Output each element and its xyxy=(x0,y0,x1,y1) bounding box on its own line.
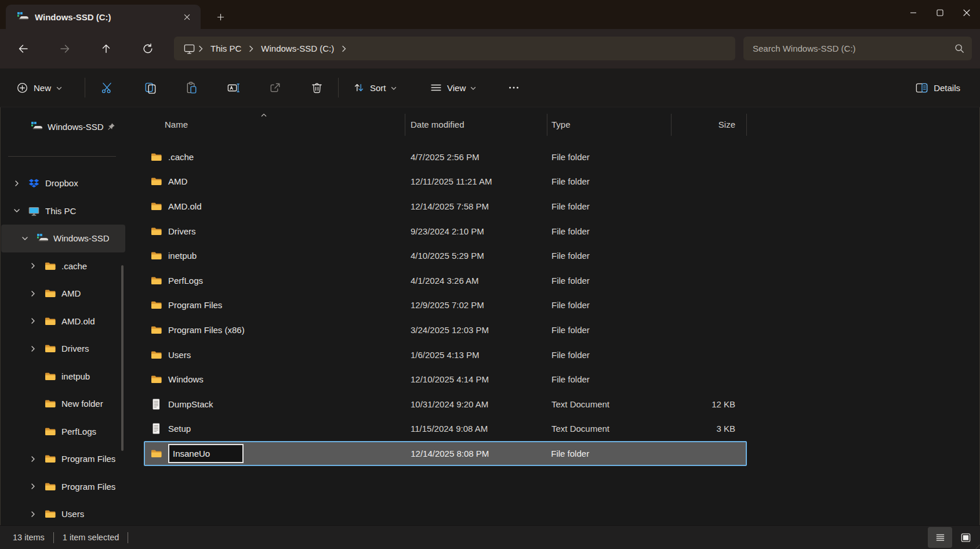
folder-icon xyxy=(44,261,56,271)
rename-input[interactable] xyxy=(168,444,244,463)
file-date-modified: 4/7/2025 2:56 PM xyxy=(405,152,547,162)
sidebar-item[interactable]: Users xyxy=(1,500,125,525)
file-row[interactable]: .cache 4/7/2025 2:56 PM File folder xyxy=(144,145,747,169)
file-row[interactable]: Program Files (x86) 3/24/2025 12:03 PM F… xyxy=(144,317,747,342)
file-row[interactable]: Program Files 12/9/2025 7:02 PM File fol… xyxy=(144,293,747,318)
minimize-button[interactable] xyxy=(900,0,927,26)
sidebar-item-label: Windows-SSD (C:) xyxy=(48,122,106,132)
sidebar-item[interactable]: This PC xyxy=(1,197,125,225)
breadcrumb-windows-ssd[interactable]: Windows-SSD (C:) xyxy=(256,44,339,53)
folder-icon xyxy=(150,200,162,212)
sidebar-item-label: Drivers xyxy=(61,344,89,353)
chevron-right-icon[interactable] xyxy=(339,45,349,53)
search-box[interactable] xyxy=(743,37,972,60)
sidebar-item[interactable]: .cache xyxy=(1,252,125,280)
tree-chevron-icon[interactable] xyxy=(26,373,44,380)
navigation-bar: This PC Windows-SSD (C:) xyxy=(0,29,980,68)
search-icon[interactable] xyxy=(954,43,965,54)
new-tab-button[interactable] xyxy=(211,8,230,26)
back-button[interactable] xyxy=(13,38,34,59)
share-button[interactable] xyxy=(262,75,288,100)
tab-windows-ssd[interactable]: Windows-SSD (C:) xyxy=(6,5,201,29)
file-row[interactable]: AMD.old 12/14/2025 7:58 PM File folder xyxy=(144,194,747,219)
file-type: File folder xyxy=(547,449,670,458)
search-input[interactable] xyxy=(753,44,954,53)
tree-chevron-icon[interactable] xyxy=(26,317,44,324)
chevron-right-icon[interactable] xyxy=(246,45,256,53)
column-header-name[interactable]: Name xyxy=(144,110,405,139)
tree-chevron-icon[interactable] xyxy=(26,456,44,463)
sidebar-item[interactable]: AMD xyxy=(1,280,125,308)
sidebar-item-pinned-windows-ssd[interactable]: Windows-SSD (C:) xyxy=(0,113,126,140)
address-bar[interactable]: This PC Windows-SSD (C:) xyxy=(174,37,735,60)
sidebar-item[interactable]: Dropbox xyxy=(1,169,125,197)
file-type: Text Document xyxy=(547,399,672,409)
up-button[interactable] xyxy=(96,38,117,59)
tree-chevron-icon[interactable] xyxy=(26,262,44,269)
file-row[interactable]: inetpub 4/10/2025 5:29 PM File folder xyxy=(144,243,747,268)
sidebar-item[interactable]: inetpub xyxy=(1,363,125,391)
file-list: Name Date modified Type Size .cache xyxy=(126,107,980,525)
details-pane-button[interactable]: Details xyxy=(909,75,966,100)
delete-button[interactable] xyxy=(303,75,330,100)
tree-chevron-icon[interactable] xyxy=(26,511,44,518)
folder-icon xyxy=(44,316,56,326)
details-view-toggle[interactable] xyxy=(928,527,952,548)
sidebar-item[interactable]: Program Files xyxy=(1,445,125,473)
sidebar-item-label: Program Files (x86) xyxy=(61,482,117,492)
view-button[interactable]: View xyxy=(424,75,482,100)
sidebar-item[interactable]: New folder xyxy=(1,390,125,418)
maximize-button[interactable] xyxy=(927,0,953,26)
breadcrumb-this-pc[interactable]: This PC xyxy=(206,44,246,53)
file-row[interactable]: PerfLogs 4/1/2024 3:26 AM File folder xyxy=(144,268,747,293)
file-date-modified: 10/31/2024 9:20 AM xyxy=(405,399,547,409)
items-count: 13 items xyxy=(13,533,45,542)
more-options-button[interactable] xyxy=(501,75,527,100)
file-date-modified: 4/10/2025 5:29 PM xyxy=(405,251,547,261)
new-button[interactable]: New xyxy=(10,75,68,100)
sidebar-item[interactable]: AMD.old xyxy=(1,308,125,335)
file-row[interactable]: Setup 11/15/2024 9:08 AM Text Document 3… xyxy=(144,417,747,442)
monitor-icon[interactable] xyxy=(183,43,195,55)
file-row[interactable]: Users 1/6/2025 4:13 PM File folder xyxy=(144,342,747,367)
file-row[interactable]: Drivers 9/23/2024 2:10 PM File folder xyxy=(144,219,747,244)
tree-chevron-icon[interactable] xyxy=(26,483,44,490)
tree-chevron-icon[interactable] xyxy=(9,207,28,214)
forward-button[interactable] xyxy=(55,38,75,59)
sidebar-item[interactable]: Windows-SSD xyxy=(1,225,125,252)
selected-file-row-renaming[interactable]: 12/14/2025 8:08 PM File folder xyxy=(144,441,747,466)
column-header-size[interactable]: Size xyxy=(672,110,747,139)
sidebar-item[interactable]: PerfLogs xyxy=(1,418,125,446)
chevron-right-icon[interactable] xyxy=(195,45,206,53)
sidebar-item[interactable]: Program Files (x86) xyxy=(1,473,125,501)
folder-icon xyxy=(44,288,56,298)
tab-close-icon[interactable] xyxy=(179,9,195,25)
file-name: Program Files (x86) xyxy=(168,325,245,335)
folder-icon xyxy=(44,482,56,492)
folder-icon xyxy=(44,344,56,353)
tree-chevron-icon[interactable] xyxy=(9,180,28,187)
file-row[interactable]: DumpStack 10/31/2024 9:20 AM Text Docume… xyxy=(144,392,747,417)
paste-button[interactable] xyxy=(178,75,205,100)
column-header-type[interactable]: Type xyxy=(547,110,672,139)
sort-button[interactable]: Sort xyxy=(347,75,402,100)
tree-chevron-icon[interactable] xyxy=(26,428,44,435)
sidebar-scrollbar[interactable] xyxy=(121,265,124,451)
tree-chevron-icon[interactable] xyxy=(26,290,44,297)
file-explorer-window: Windows-SSD (C:) xyxy=(0,0,980,549)
tree-chevron-icon[interactable] xyxy=(26,400,44,407)
rename-button[interactable] xyxy=(220,75,246,100)
chevron-down-icon xyxy=(391,86,397,91)
titlebar[interactable]: Windows-SSD (C:) xyxy=(0,0,980,29)
file-row[interactable]: AMD 12/11/2025 11:21 AM File folder xyxy=(144,169,747,194)
file-row[interactable]: Windows 12/10/2025 4:14 PM File folder xyxy=(144,367,747,392)
tree-chevron-icon[interactable] xyxy=(17,235,36,242)
refresh-button[interactable] xyxy=(137,38,158,59)
tree-chevron-icon[interactable] xyxy=(26,345,44,352)
copy-button[interactable] xyxy=(137,75,164,100)
close-button[interactable] xyxy=(953,0,980,26)
sidebar-item[interactable]: Drivers xyxy=(1,335,125,363)
cut-button[interactable] xyxy=(93,75,120,100)
column-header-date-modified[interactable]: Date modified xyxy=(405,110,547,139)
toolbar-divider xyxy=(338,78,339,97)
